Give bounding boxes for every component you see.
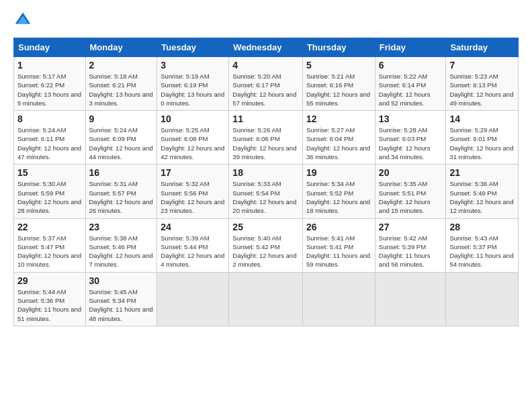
weekday-header-thursday: Thursday bbox=[302, 38, 375, 57]
day-info: Sunrise: 5:40 AM Sunset: 5:42 PM Dayligh… bbox=[232, 234, 299, 269]
day-info: Sunrise: 5:42 AM Sunset: 5:39 PM Dayligh… bbox=[379, 234, 443, 269]
calendar-cell: 7Sunrise: 5:23 AM Sunset: 6:13 PM Daylig… bbox=[446, 57, 519, 111]
logo-icon bbox=[13, 11, 32, 30]
calendar-cell: 3Sunrise: 5:19 AM Sunset: 6:19 PM Daylig… bbox=[157, 57, 229, 111]
calendar-cell: 18Sunrise: 5:33 AM Sunset: 5:54 PM Dayli… bbox=[229, 165, 303, 218]
day-number: 28 bbox=[449, 222, 515, 232]
weekday-header-friday: Friday bbox=[375, 38, 446, 57]
calendar-cell: 11Sunrise: 5:26 AM Sunset: 6:06 PM Dayli… bbox=[229, 111, 303, 165]
week-row-1: 1Sunrise: 5:17 AM Sunset: 6:22 PM Daylig… bbox=[14, 57, 519, 111]
day-number: 5 bbox=[306, 60, 371, 71]
day-info: Sunrise: 5:17 AM Sunset: 6:22 PM Dayligh… bbox=[17, 72, 82, 107]
day-info: Sunrise: 5:26 AM Sunset: 6:06 PM Dayligh… bbox=[232, 126, 299, 161]
day-number: 20 bbox=[379, 167, 443, 178]
calendar-cell: 10Sunrise: 5:25 AM Sunset: 6:08 PM Dayli… bbox=[157, 111, 229, 165]
day-number: 23 bbox=[89, 222, 154, 232]
day-info: Sunrise: 5:25 AM Sunset: 6:08 PM Dayligh… bbox=[161, 126, 225, 161]
calendar-cell bbox=[375, 272, 446, 326]
day-number: 2 bbox=[89, 60, 154, 71]
day-info: Sunrise: 5:36 AM Sunset: 5:49 PM Dayligh… bbox=[449, 179, 515, 215]
calendar-cell: 28Sunrise: 5:43 AM Sunset: 5:37 PM Dayli… bbox=[446, 218, 519, 272]
calendar-cell: 21Sunrise: 5:36 AM Sunset: 5:49 PM Dayli… bbox=[446, 165, 519, 218]
day-number: 22 bbox=[17, 222, 82, 232]
calendar-cell: 23Sunrise: 5:38 AM Sunset: 5:46 PM Dayli… bbox=[85, 218, 157, 272]
day-number: 27 bbox=[379, 222, 443, 232]
calendar-cell: 20Sunrise: 5:35 AM Sunset: 5:51 PM Dayli… bbox=[375, 165, 446, 218]
day-info: Sunrise: 5:22 AM Sunset: 6:14 PM Dayligh… bbox=[379, 72, 443, 107]
calendar-cell bbox=[302, 272, 375, 326]
calendar-cell: 6Sunrise: 5:22 AM Sunset: 6:14 PM Daylig… bbox=[375, 57, 446, 111]
calendar-cell: 5Sunrise: 5:21 AM Sunset: 6:16 PM Daylig… bbox=[302, 57, 375, 111]
day-info: Sunrise: 5:33 AM Sunset: 5:54 PM Dayligh… bbox=[232, 179, 299, 215]
calendar-cell: 2Sunrise: 5:18 AM Sunset: 6:21 PM Daylig… bbox=[85, 57, 157, 111]
day-info: Sunrise: 5:24 AM Sunset: 6:11 PM Dayligh… bbox=[17, 126, 82, 161]
calendar-cell: 4Sunrise: 5:20 AM Sunset: 6:17 PM Daylig… bbox=[229, 57, 303, 111]
day-info: Sunrise: 5:34 AM Sunset: 5:52 PM Dayligh… bbox=[306, 179, 371, 215]
day-info: Sunrise: 5:30 AM Sunset: 5:59 PM Dayligh… bbox=[17, 179, 82, 215]
day-info: Sunrise: 5:45 AM Sunset: 5:34 PM Dayligh… bbox=[89, 287, 154, 323]
weekday-header-wednesday: Wednesday bbox=[229, 38, 303, 57]
calendar-cell: 26Sunrise: 5:41 AM Sunset: 5:41 PM Dayli… bbox=[302, 218, 375, 272]
calendar-cell: 22Sunrise: 5:37 AM Sunset: 5:47 PM Dayli… bbox=[14, 218, 86, 272]
day-number: 3 bbox=[161, 60, 225, 71]
calendar-cell: 16Sunrise: 5:31 AM Sunset: 5:57 PM Dayli… bbox=[85, 165, 157, 218]
day-info: Sunrise: 5:23 AM Sunset: 6:13 PM Dayligh… bbox=[449, 72, 515, 107]
calendar-cell: 17Sunrise: 5:32 AM Sunset: 5:56 PM Dayli… bbox=[157, 165, 229, 218]
calendar-cell: 27Sunrise: 5:42 AM Sunset: 5:39 PM Dayli… bbox=[375, 218, 446, 272]
week-row-2: 8Sunrise: 5:24 AM Sunset: 6:11 PM Daylig… bbox=[14, 111, 519, 165]
day-info: Sunrise: 5:35 AM Sunset: 5:51 PM Dayligh… bbox=[379, 179, 443, 215]
day-number: 18 bbox=[232, 167, 299, 178]
day-number: 21 bbox=[449, 167, 515, 178]
calendar-cell bbox=[157, 272, 229, 326]
day-number: 30 bbox=[89, 275, 154, 286]
calendar-cell bbox=[229, 272, 303, 326]
week-row-3: 15Sunrise: 5:30 AM Sunset: 5:59 PM Dayli… bbox=[14, 165, 519, 218]
page-container: SundayMondayTuesdayWednesdayThursdayFrid… bbox=[0, 0, 532, 333]
weekday-header-sunday: Sunday bbox=[14, 38, 86, 57]
day-info: Sunrise: 5:19 AM Sunset: 6:19 PM Dayligh… bbox=[161, 72, 225, 107]
day-number: 13 bbox=[379, 113, 443, 124]
day-info: Sunrise: 5:24 AM Sunset: 6:09 PM Dayligh… bbox=[89, 126, 154, 161]
weekday-header-monday: Monday bbox=[85, 38, 157, 57]
day-number: 14 bbox=[449, 113, 515, 124]
day-number: 12 bbox=[306, 113, 371, 124]
calendar-cell: 12Sunrise: 5:27 AM Sunset: 6:04 PM Dayli… bbox=[302, 111, 375, 165]
calendar-cell: 15Sunrise: 5:30 AM Sunset: 5:59 PM Dayli… bbox=[14, 165, 86, 218]
day-number: 6 bbox=[379, 60, 443, 71]
day-info: Sunrise: 5:37 AM Sunset: 5:47 PM Dayligh… bbox=[17, 234, 82, 269]
day-number: 7 bbox=[449, 60, 515, 71]
day-number: 8 bbox=[17, 113, 82, 124]
day-info: Sunrise: 5:27 AM Sunset: 6:04 PM Dayligh… bbox=[306, 126, 371, 161]
day-number: 4 bbox=[232, 60, 299, 71]
day-number: 25 bbox=[232, 222, 299, 232]
day-number: 19 bbox=[306, 167, 371, 178]
calendar-cell: 9Sunrise: 5:24 AM Sunset: 6:09 PM Daylig… bbox=[85, 111, 157, 165]
calendar-cell: 29Sunrise: 5:44 AM Sunset: 5:36 PM Dayli… bbox=[14, 272, 86, 326]
week-row-5: 29Sunrise: 5:44 AM Sunset: 5:36 PM Dayli… bbox=[14, 272, 519, 326]
day-number: 29 bbox=[17, 275, 82, 286]
day-info: Sunrise: 5:39 AM Sunset: 5:44 PM Dayligh… bbox=[161, 234, 225, 269]
day-info: Sunrise: 5:20 AM Sunset: 6:17 PM Dayligh… bbox=[232, 72, 299, 107]
calendar-cell: 19Sunrise: 5:34 AM Sunset: 5:52 PM Dayli… bbox=[302, 165, 375, 218]
week-row-4: 22Sunrise: 5:37 AM Sunset: 5:47 PM Dayli… bbox=[14, 218, 519, 272]
day-info: Sunrise: 5:21 AM Sunset: 6:16 PM Dayligh… bbox=[306, 72, 371, 107]
day-info: Sunrise: 5:18 AM Sunset: 6:21 PM Dayligh… bbox=[89, 72, 154, 107]
calendar-cell: 30Sunrise: 5:45 AM Sunset: 5:34 PM Dayli… bbox=[85, 272, 157, 326]
calendar-cell: 14Sunrise: 5:29 AM Sunset: 6:01 PM Dayli… bbox=[446, 111, 519, 165]
day-info: Sunrise: 5:43 AM Sunset: 5:37 PM Dayligh… bbox=[449, 234, 515, 269]
calendar-table: SundayMondayTuesdayWednesdayThursdayFrid… bbox=[13, 38, 519, 326]
day-info: Sunrise: 5:32 AM Sunset: 5:56 PM Dayligh… bbox=[161, 179, 225, 215]
day-number: 1 bbox=[17, 60, 82, 71]
day-info: Sunrise: 5:29 AM Sunset: 6:01 PM Dayligh… bbox=[449, 126, 515, 161]
day-info: Sunrise: 5:28 AM Sunset: 6:03 PM Dayligh… bbox=[379, 126, 443, 161]
header-row bbox=[13, 11, 519, 30]
calendar-cell: 1Sunrise: 5:17 AM Sunset: 6:22 PM Daylig… bbox=[14, 57, 86, 111]
weekday-header-row: SundayMondayTuesdayWednesdayThursdayFrid… bbox=[14, 38, 519, 57]
day-number: 17 bbox=[161, 167, 225, 178]
calendar-cell: 25Sunrise: 5:40 AM Sunset: 5:42 PM Dayli… bbox=[229, 218, 303, 272]
day-number: 24 bbox=[161, 222, 225, 232]
day-number: 15 bbox=[17, 167, 82, 178]
calendar-cell: 13Sunrise: 5:28 AM Sunset: 6:03 PM Dayli… bbox=[375, 111, 446, 165]
weekday-header-saturday: Saturday bbox=[446, 38, 519, 57]
calendar-cell bbox=[446, 272, 519, 326]
